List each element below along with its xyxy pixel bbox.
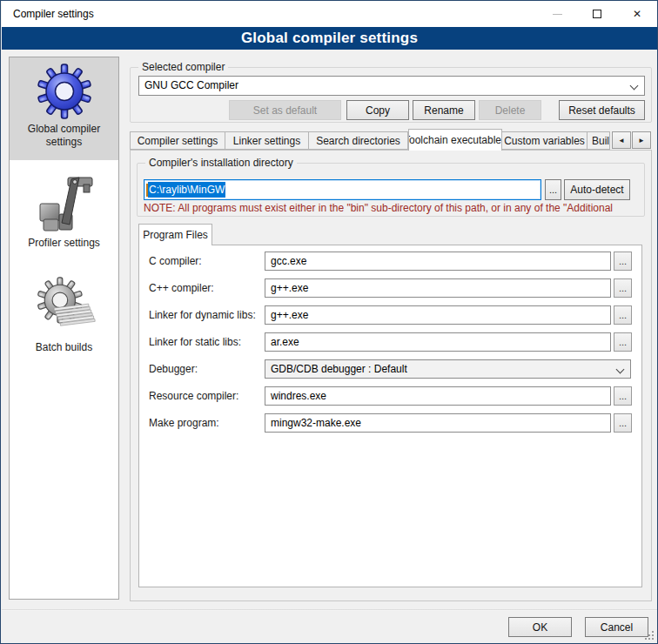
c-compiler-input[interactable]: gcc.exe <box>265 252 611 271</box>
installation-directory-input[interactable]: C:\raylib\MinGW <box>144 179 541 200</box>
debugger-select[interactable]: GDB/CDB debugger : Default <box>265 359 631 379</box>
tab-toolchain-executables[interactable]: Toolchain executables <box>408 129 502 151</box>
maximize-icon <box>593 10 601 18</box>
sidebar-item-profiler-settings[interactable]: Profiler settings <box>10 160 118 263</box>
auto-detect-button[interactable]: Auto-detect <box>564 179 630 200</box>
chevron-down-icon <box>616 366 625 374</box>
sidebar-item-label: Global compiler settings <box>10 119 118 158</box>
blue-gear-icon <box>10 64 118 119</box>
c-compiler-browse-button[interactable]: ... <box>614 252 632 271</box>
sidebar-item-global-compiler-settings[interactable]: Global compiler settings <box>10 57 118 160</box>
field-label-linker-dynamic: Linker for dynamic libs: <box>149 309 264 321</box>
minimize-icon <box>553 14 562 15</box>
sidebar-item-batch-builds[interactable]: Batch builds <box>10 263 118 366</box>
tab-search-directories[interactable]: Search directories <box>309 131 408 150</box>
ok-button[interactable]: OK <box>508 617 572 637</box>
tab-build-options-truncated[interactable]: Build options <box>588 131 610 150</box>
arrow-right-icon: ► <box>638 137 645 144</box>
maximize-button[interactable] <box>577 1 617 27</box>
directory-browse-button[interactable]: ... <box>545 179 561 200</box>
close-icon: ✕ <box>633 9 641 19</box>
make-program-browse-button[interactable]: ... <box>614 413 632 433</box>
field-label-debugger: Debugger: <box>149 363 264 375</box>
rename-button[interactable]: Rename <box>413 100 475 120</box>
batch-builds-gear-icon <box>10 275 118 338</box>
installation-directory-value: C:\raylib\MinGW <box>148 182 225 198</box>
page-title: Global compiler settings <box>241 30 418 47</box>
linker-dynamic-browse-button[interactable]: ... <box>614 305 632 325</box>
field-label-c-compiler: C compiler: <box>149 255 264 267</box>
cancel-button[interactable]: Cancel <box>585 617 648 637</box>
field-label-make-program: Make program: <box>149 417 264 429</box>
cpp-compiler-browse-button[interactable]: ... <box>614 278 632 298</box>
chevron-down-icon <box>630 82 639 91</box>
tab-compiler-settings[interactable]: Compiler settings <box>130 131 225 150</box>
field-label-resource-compiler: Resource compiler: <box>149 390 264 402</box>
field-label-cpp-compiler: C++ compiler: <box>149 282 264 294</box>
resource-compiler-input[interactable]: windres.exe <box>265 386 611 406</box>
compiler-select-value: GNU GCC Compiler <box>144 79 238 91</box>
copy-button[interactable]: Copy <box>346 100 409 120</box>
window-title: Compiler settings <box>13 8 94 20</box>
tab-scroll-left-button[interactable]: ◄ <box>612 131 631 149</box>
tab-linker-settings[interactable]: Linker settings <box>225 131 309 150</box>
tab-custom-variables[interactable]: Custom variables <box>502 131 588 150</box>
tab-scroll-right-button[interactable]: ► <box>632 131 651 149</box>
arrow-left-icon: ◄ <box>618 137 625 144</box>
debugger-select-value: GDB/CDB debugger : Default <box>271 363 407 375</box>
sidebar-item-label: Batch builds <box>10 338 118 363</box>
delete-button[interactable]: Delete <box>479 100 541 120</box>
reset-defaults-button[interactable]: Reset defaults <box>559 100 645 120</box>
resize-grip[interactable] <box>645 631 654 640</box>
close-button[interactable]: ✕ <box>617 1 657 27</box>
titlebar[interactable]: Compiler settings ✕ <box>2 1 657 27</box>
selected-compiler-legend: Selected compiler <box>138 61 228 73</box>
set-as-default-button[interactable]: Set as default <box>229 100 341 120</box>
compiler-settings-dialog: Compiler settings ✕ Global compiler sett… <box>0 0 658 644</box>
linker-static-input[interactable]: ar.exe <box>265 332 611 352</box>
settings-tabstrip: Compiler settings Linker settings Search… <box>130 128 610 150</box>
compiler-select[interactable]: GNU GCC Compiler <box>138 76 645 96</box>
subtab-program-files[interactable]: Program Files <box>138 224 212 245</box>
minimize-button[interactable] <box>537 1 577 27</box>
installation-directory-legend: Compiler's installation directory <box>145 157 297 169</box>
field-label-linker-static: Linker for static libs: <box>149 336 264 348</box>
bin-subdirectory-note: NOTE: All programs must exist either in … <box>144 202 645 214</box>
cpp-compiler-input[interactable]: g++.exe <box>265 278 611 298</box>
profiler-caliper-icon <box>10 171 118 233</box>
footer-separator <box>2 609 658 611</box>
settings-category-list: Global compiler settings <box>9 57 119 600</box>
sidebar-item-label: Profiler settings <box>10 233 118 258</box>
linker-dynamic-input[interactable]: g++.exe <box>265 305 611 325</box>
dialog-header: Global compiler settings <box>2 27 657 50</box>
make-program-input[interactable]: mingw32-make.exe <box>265 413 611 433</box>
resource-compiler-browse-button[interactable]: ... <box>614 386 632 406</box>
linker-static-browse-button[interactable]: ... <box>614 332 632 352</box>
